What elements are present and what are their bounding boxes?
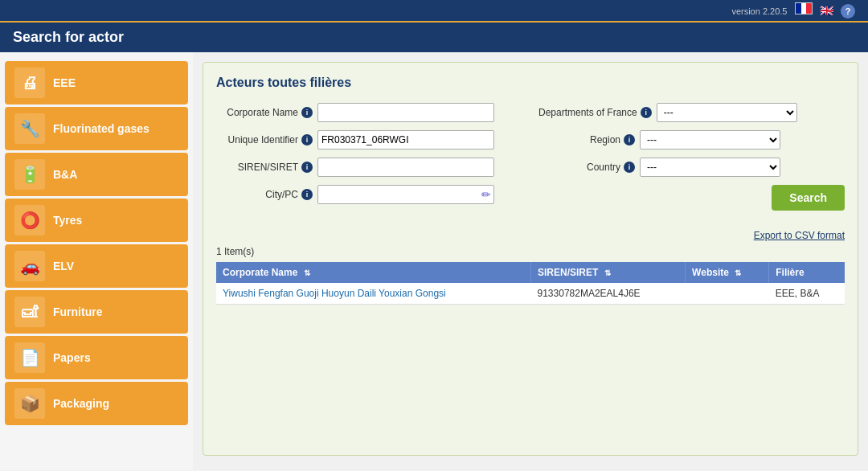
flag-fr-icon[interactable] (795, 2, 813, 14)
sidebar-item-tyres-label: Tyres (53, 214, 82, 227)
sidebar-item-bna-label: B&A (53, 168, 77, 181)
region-row: Region i --- (538, 130, 845, 149)
fluorinated-icon: 🔧 (14, 113, 45, 144)
packaging-icon: 📦 (14, 388, 45, 419)
sidebar-item-furniture-label: Furniture (53, 305, 102, 318)
page-header: Search for actor (0, 23, 868, 52)
search-form: Corporate Name i Unique Identifier i (216, 103, 845, 217)
search-button[interactable]: Search (772, 185, 845, 211)
sidebar-item-eee[interactable]: 🖨 EEE (5, 61, 188, 104)
content-box: Acteurs toutes filières Corporate Name i (203, 62, 858, 456)
corporate-name-input[interactable] (317, 103, 494, 122)
corporate-name-row: Corporate Name i (216, 103, 522, 122)
sidebar-item-elv-label: ELV (53, 260, 74, 272)
sort-siren-siret-icon: ⇅ (604, 268, 611, 277)
siren-siret-info-icon[interactable]: i (301, 162, 313, 173)
city-pc-input[interactable] (317, 185, 494, 204)
results-table: Corporate Name ⇅ SIREN/SIRET ⇅ Website ⇅ (216, 262, 845, 305)
version-text: version 2.20.5 (731, 6, 787, 16)
flag-uk-icon[interactable]: 🇬🇧 (820, 4, 833, 17)
unique-identifier-label: Unique Identifier i (216, 134, 313, 145)
region-select[interactable]: --- (640, 130, 780, 149)
country-row: Country i --- (538, 158, 845, 177)
table-body: Yiwushi Fengfan Guoji Huoyun Daili Youxi… (216, 283, 845, 305)
cell-website (686, 283, 769, 305)
bna-icon: 🔋 (14, 159, 45, 190)
country-label: Country i (538, 162, 635, 173)
siren-siret-input[interactable] (317, 158, 494, 177)
export-row: Export to CSV format (216, 230, 845, 241)
sidebar: 🖨 EEE 🔧 Fluorinated gases 🔋 B&A ⭕ Tyres … (0, 52, 193, 470)
cell-filiere: EEE, B&A (769, 283, 845, 305)
sidebar-item-fluorinated-label: Fluorinated gases (53, 122, 149, 135)
topbar: version 2.20.5 🇬🇧 ? (0, 0, 868, 23)
departments-label: Departments of France i (538, 107, 652, 118)
sort-website-icon: ⇅ (735, 268, 741, 277)
form-right: Departments of France i --- Region i (538, 103, 845, 217)
country-info-icon[interactable]: i (624, 162, 635, 173)
corporate-name-label: Corporate Name i (216, 107, 313, 118)
unique-identifier-row: Unique Identifier i (216, 130, 522, 149)
city-pc-row: City/PC i ✏ (216, 185, 522, 204)
papers-icon: 📄 (14, 342, 45, 373)
table-header-row: Corporate Name ⇅ SIREN/SIRET ⇅ Website ⇅ (216, 262, 845, 283)
items-count: 1 Item(s) (216, 246, 845, 257)
cell-corporate-name[interactable]: Yiwushi Fengfan Guoji Huoyun Daili Youxi… (216, 283, 531, 305)
region-label: Region i (538, 134, 635, 145)
section-title: Acteurs toutes filières (216, 76, 845, 90)
unique-identifier-input[interactable] (317, 130, 494, 149)
main-layout: 🖨 EEE 🔧 Fluorinated gases 🔋 B&A ⭕ Tyres … (0, 52, 868, 470)
col-siren-siret[interactable]: SIREN/SIRET ⇅ (531, 262, 686, 283)
sort-corporate-name-icon: ⇅ (304, 268, 310, 277)
cell-siren-siret: 91330782MA2EAL4J6E (531, 283, 686, 305)
departments-info-icon[interactable]: i (641, 107, 652, 118)
page-title: Search for actor (13, 29, 124, 46)
city-pc-label: City/PC i (216, 189, 313, 200)
col-corporate-name[interactable]: Corporate Name ⇅ (216, 262, 531, 283)
furniture-icon: 🛋 (14, 297, 45, 327)
help-icon[interactable]: ? (841, 4, 855, 18)
content-area: Acteurs toutes filières Corporate Name i (193, 52, 868, 470)
sidebar-item-elv[interactable]: 🚗 ELV (5, 244, 188, 288)
edit-icon[interactable]: ✏ (481, 188, 491, 201)
table-header: Corporate Name ⇅ SIREN/SIRET ⇅ Website ⇅ (216, 262, 845, 283)
sidebar-item-tyres[interactable]: ⭕ Tyres (5, 199, 188, 242)
corporate-name-info-icon[interactable]: i (301, 107, 313, 118)
region-info-icon[interactable]: i (624, 134, 635, 145)
sidebar-item-papers-label: Papers (53, 351, 91, 364)
unique-identifier-info-icon[interactable]: i (301, 134, 313, 145)
table-row: Yiwushi Fengfan Guoji Huoyun Daili Youxi… (216, 283, 845, 305)
city-input-wrap: ✏ (317, 185, 494, 204)
elv-icon: 🚗 (14, 251, 45, 281)
departments-select[interactable]: --- (657, 103, 797, 122)
city-pc-info-icon[interactable]: i (301, 189, 313, 200)
form-left: Corporate Name i Unique Identifier i (216, 103, 522, 217)
tyres-icon: ⭕ (14, 205, 45, 236)
sidebar-item-packaging-label: Packaging (53, 397, 109, 410)
siren-siret-label: SIREN/SIRET i (216, 162, 313, 173)
sidebar-item-papers[interactable]: 📄 Papers (5, 336, 188, 379)
departments-row: Departments of France i --- (538, 103, 845, 122)
country-select[interactable]: --- (640, 158, 780, 177)
eee-icon: 🖨 (14, 68, 45, 98)
sidebar-item-furniture[interactable]: 🛋 Furniture (5, 290, 188, 334)
search-button-row: Search (538, 185, 845, 211)
sidebar-item-eee-label: EEE (53, 76, 76, 89)
sidebar-item-packaging[interactable]: 📦 Packaging (5, 382, 188, 425)
siren-siret-row: SIREN/SIRET i (216, 158, 522, 177)
col-filiere[interactable]: Filière (769, 262, 845, 283)
col-website[interactable]: Website ⇅ (686, 262, 769, 283)
sidebar-item-bna[interactable]: 🔋 B&A (5, 153, 188, 196)
export-csv-link[interactable]: Export to CSV format (754, 230, 845, 241)
sidebar-item-fluorinated-gases[interactable]: 🔧 Fluorinated gases (5, 107, 188, 150)
